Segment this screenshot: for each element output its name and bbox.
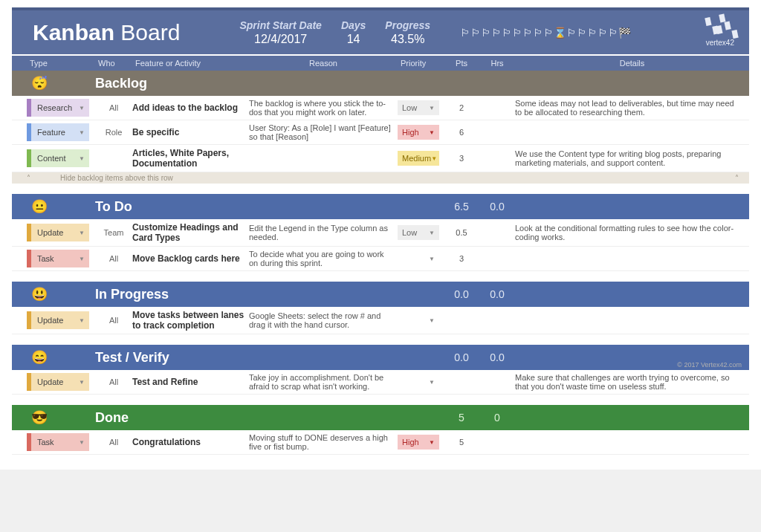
chevron-down-icon: ▼ xyxy=(79,439,85,446)
details-cell[interactable]: Make sure that challenges are worth tryi… xyxy=(515,373,749,391)
details-cell[interactable]: Some ideas may not lead to deliverables,… xyxy=(515,99,749,117)
feature-cell[interactable]: Move tasks between lanes to track comple… xyxy=(132,310,249,331)
type-chip-update[interactable]: Update ▼ xyxy=(27,224,89,241)
type-label: Update xyxy=(37,316,63,325)
feature-cell[interactable]: Customize Headings and Card Types xyxy=(132,222,249,243)
emoji-cool-icon: 😎 xyxy=(27,409,95,426)
type-chip-content[interactable]: Content ▼ xyxy=(27,149,89,167)
priority-label: Low xyxy=(402,103,417,112)
reason-cell[interactable]: The backlog is where you stick the to-do… xyxy=(249,99,398,117)
who-cell[interactable]: All xyxy=(95,254,132,263)
who-cell[interactable]: All xyxy=(95,316,132,325)
banner: Kanban Board Sprint Start Date 12/4/2017… xyxy=(12,7,749,54)
chevron-up-icon: ˄ xyxy=(27,174,30,182)
reason-cell[interactable]: Take joy in accomplishment. Don't be afr… xyxy=(249,373,398,391)
table-row[interactable]: Content ▼ Articles, White Papers, Docume… xyxy=(12,145,749,172)
type-chip-task[interactable]: Task ▼ xyxy=(27,433,89,451)
lane-name-inprogress: In Progress xyxy=(95,287,249,302)
priority-chip-empty[interactable]: ▼ xyxy=(398,253,439,265)
who-cell[interactable]: Team xyxy=(95,228,132,237)
type-chip-research[interactable]: Research ▼ xyxy=(27,99,89,117)
table-row[interactable]: Update ▼ All Move tasks between lanes to… xyxy=(12,307,749,334)
col-who: Who xyxy=(95,57,132,69)
type-label: Task xyxy=(37,254,54,263)
done-hrs-total: 0 xyxy=(479,412,515,424)
who-cell[interactable]: All xyxy=(95,103,132,112)
col-feature: Feature or Activity xyxy=(132,57,249,69)
feature-cell[interactable]: Add ideas to the backlog xyxy=(132,103,249,113)
pts-cell[interactable]: 3 xyxy=(444,154,479,163)
table-row[interactable]: Task ▼ All Move Backlog cards here To de… xyxy=(12,247,749,271)
who-cell[interactable]: Role xyxy=(95,128,132,137)
flag-strip-icon: 🏳🏳🏳🏳🏳🏳🏳🏳🏳⌛🏳🏳🏳🏳🏳🏁 xyxy=(460,27,631,39)
emoji-neutral-icon: 😐 xyxy=(27,198,95,215)
who-cell[interactable]: All xyxy=(95,438,132,447)
details-cell[interactable]: Look at the conditional formatting rules… xyxy=(515,224,749,241)
pts-cell[interactable]: 0.5 xyxy=(444,228,479,237)
banner-stats: Sprint Start Date 12/4/2017 Days 14 Prog… xyxy=(239,19,631,46)
type-label: Update xyxy=(37,228,63,237)
copyright-text: © 2017 Vertex42.com xyxy=(677,361,742,369)
lane-name-todo: To Do xyxy=(95,199,249,215)
reason-cell[interactable]: Edit the Legend in the Type column as ne… xyxy=(249,224,398,241)
feature-cell[interactable]: Congratulations xyxy=(132,437,249,447)
todo-pts-total: 6.5 xyxy=(444,201,479,213)
pts-cell[interactable]: 2 xyxy=(444,103,479,112)
reason-cell[interactable]: Moving stuff to DONE deserves a high fiv… xyxy=(249,433,398,451)
type-chip-update[interactable]: Update ▼ xyxy=(27,373,89,391)
brand-logo: ▘▝▖▝▘▗ vertex42 xyxy=(706,18,734,47)
chevron-down-icon: ▼ xyxy=(79,129,85,136)
type-label: Research xyxy=(37,103,72,112)
priority-chip-high[interactable]: High ▼ xyxy=(398,125,439,140)
priority-label: High xyxy=(402,438,419,447)
table-row[interactable]: Update ▼ All Test and Refine Take joy in… xyxy=(12,370,749,395)
days-value: 14 xyxy=(341,33,366,46)
title-bold: Kanban xyxy=(33,20,114,45)
reason-cell[interactable]: Google Sheets: select the row # and drag… xyxy=(249,311,398,329)
days-label: Days xyxy=(341,19,366,31)
feature-cell[interactable]: Move Backlog cards here xyxy=(132,253,249,264)
chevron-down-icon: ▼ xyxy=(429,439,435,446)
type-chip-task[interactable]: Task ▼ xyxy=(27,250,89,267)
priority-chip-medium[interactable]: Medium ▼ xyxy=(398,151,439,166)
chevron-up-icon: ˄ xyxy=(735,174,739,182)
test-hrs-total: 0.0 xyxy=(479,351,515,363)
feature-cell[interactable]: Be specific xyxy=(132,127,249,137)
type-label: Content xyxy=(37,154,66,163)
column-header-row: Type Who Feature or Activity Reason Prio… xyxy=(12,54,749,71)
chevron-down-icon: ▼ xyxy=(79,155,85,162)
reason-cell[interactable]: To decide what you are going to work on … xyxy=(249,250,398,267)
pts-cell[interactable]: 3 xyxy=(444,254,479,263)
pts-cell[interactable]: 6 xyxy=(444,128,479,137)
type-label: Update xyxy=(37,377,63,386)
hide-backlog-row[interactable]: ˄ Hide backlog items above this row ˄ xyxy=(12,172,749,184)
progress-label: Progress xyxy=(385,19,430,31)
banner-title: Kanban Board xyxy=(33,20,180,45)
pts-cell[interactable]: 5 xyxy=(444,438,479,447)
feature-cell[interactable]: Test and Refine xyxy=(132,377,249,387)
chevron-down-icon: ▼ xyxy=(79,256,85,262)
table-row[interactable]: Research ▼ All Add ideas to the backlog … xyxy=(12,96,749,120)
chevron-down-icon: ▼ xyxy=(79,230,85,236)
lane-header-done: 😎 Done 5 0 xyxy=(12,405,749,430)
priority-chip-high[interactable]: High ▼ xyxy=(398,435,439,450)
table-row[interactable]: Task ▼ All Congratulations Moving stuff … xyxy=(12,430,749,455)
reason-cell[interactable]: User Story: As a [Role] I want [Feature]… xyxy=(249,123,398,141)
who-cell[interactable]: All xyxy=(95,377,132,386)
priority-chip-empty[interactable]: ▼ xyxy=(398,376,439,389)
feature-cell[interactable]: Articles, White Papers, Documentation xyxy=(132,148,249,169)
lane-header-inprogress: 😃 In Progress 0.0 0.0 xyxy=(12,282,749,307)
done-pts-total: 5 xyxy=(444,412,479,424)
col-details: Details xyxy=(515,57,749,69)
type-chip-update[interactable]: Update ▼ xyxy=(27,311,89,329)
brand-dots-icon: ▘▝▖▝▘▗ xyxy=(705,16,736,42)
priority-chip-low[interactable]: Low ▼ xyxy=(398,100,439,115)
col-reason: Reason xyxy=(249,57,398,69)
table-row[interactable]: Feature ▼ Role Be specific User Story: A… xyxy=(12,120,749,145)
priority-chip-empty[interactable]: ▼ xyxy=(398,314,439,327)
details-cell[interactable]: We use the Content type for writing blog… xyxy=(515,149,749,167)
progress-flags: 🏳🏳🏳🏳🏳🏳🏳🏳🏳⌛🏳🏳🏳🏳🏳🏁 xyxy=(457,19,631,46)
table-row[interactable]: Update ▼ Team Customize Headings and Car… xyxy=(12,219,749,247)
type-chip-feature[interactable]: Feature ▼ xyxy=(27,123,89,141)
priority-chip-low[interactable]: Low ▼ xyxy=(398,225,439,240)
